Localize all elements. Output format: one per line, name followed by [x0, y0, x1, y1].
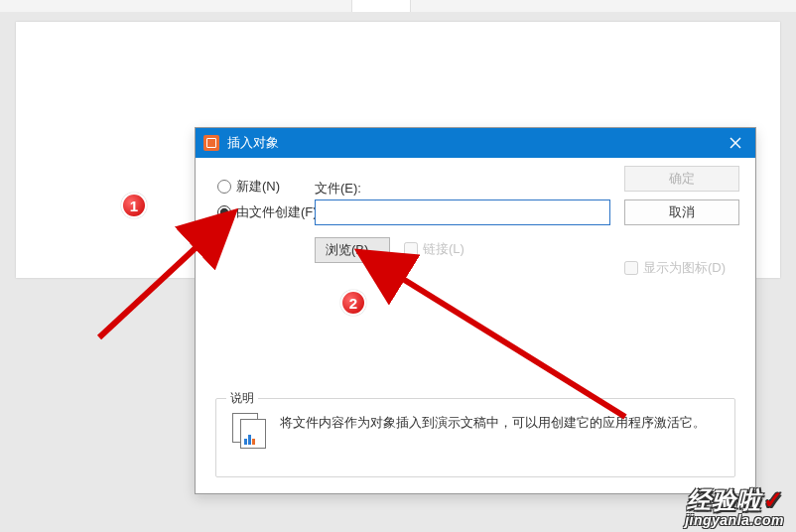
- embed-document-icon: [232, 413, 266, 447]
- ok-button: 确定: [624, 166, 739, 192]
- create-mode-radio-group: 新建(N) 由文件创建(F): [217, 178, 318, 229]
- insert-object-dialog: 插入对象 新建(N) 由文件创建(F) 文件(E): 浏览(B)... 链接(L…: [195, 127, 756, 494]
- radio-create-new-input[interactable]: [217, 180, 231, 194]
- radio-create-new[interactable]: 新建(N): [217, 178, 318, 196]
- browse-button[interactable]: 浏览(B)...: [315, 237, 390, 263]
- radio-create-from-file-label: 由文件创建(F): [236, 203, 318, 221]
- watermark-url: jingyanla.com: [685, 512, 784, 528]
- file-label: 文件(E):: [315, 180, 361, 198]
- cancel-button[interactable]: 取消: [624, 200, 739, 225]
- show-as-icon-checkbox: 显示为图标(D): [624, 259, 726, 277]
- link-checkbox-label: 链接(L): [423, 240, 464, 258]
- description-heading: 说明: [226, 390, 258, 407]
- close-icon: [730, 137, 741, 149]
- description-panel: 说明 将文件内容作为对象插入到演示文稿中，可以用创建它的应用程序激活它。: [215, 398, 735, 477]
- link-checkbox: 链接(L): [404, 240, 464, 258]
- file-path-input[interactable]: [315, 200, 610, 225]
- dialog-titlebar[interactable]: 插入对象: [196, 128, 755, 158]
- app-icon: [203, 135, 219, 151]
- radio-create-from-file[interactable]: 由文件创建(F): [217, 203, 318, 221]
- dialog-title: 插入对象: [227, 134, 279, 152]
- dialog-body: 新建(N) 由文件创建(F) 文件(E): 浏览(B)... 链接(L) 显示为…: [196, 158, 755, 493]
- close-button[interactable]: [716, 128, 755, 158]
- show-as-icon-checkbox-input: [624, 261, 638, 275]
- link-checkbox-input: [404, 242, 418, 256]
- ribbon-tab-marker: [351, 0, 411, 12]
- radio-create-from-file-input[interactable]: [217, 205, 231, 219]
- show-as-icon-checkbox-label: 显示为图标(D): [643, 259, 726, 277]
- watermark-check-icon: ✓: [763, 486, 784, 513]
- radio-create-new-label: 新建(N): [236, 178, 280, 196]
- description-text: 将文件内容作为对象插入到演示文稿中，可以用创建它的应用程序激活它。: [280, 413, 706, 433]
